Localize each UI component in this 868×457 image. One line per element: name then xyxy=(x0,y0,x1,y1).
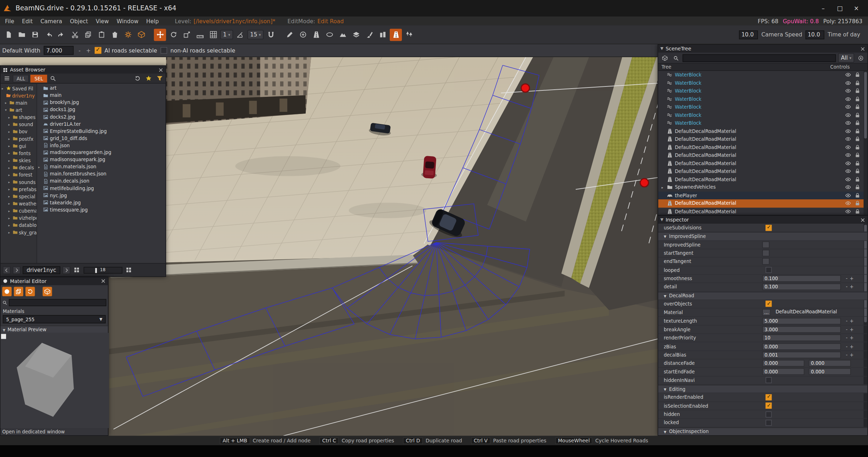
lock-icon[interactable] xyxy=(855,128,863,134)
asset-file-item[interactable]: art xyxy=(38,85,165,92)
scenetree-row[interactable]: DefaultDecalRoadMaterial xyxy=(658,199,868,207)
asset-file-item[interactable]: docks1.jpg xyxy=(38,106,165,113)
visibility-eye-icon[interactable] xyxy=(845,193,853,198)
folder-tree-item[interactable]: ▸ sky_gra xyxy=(1,229,37,236)
toolbar-button[interactable] xyxy=(194,29,206,41)
asset-file-item[interactable]: EmpireStateBuilding.jpg xyxy=(38,128,165,135)
menu-item[interactable]: Object xyxy=(66,18,92,24)
property-checkbox[interactable] xyxy=(765,403,772,409)
material-page-dropdown[interactable]: 5_page_255 xyxy=(3,315,106,323)
collapse-caret-icon[interactable]: ▼ xyxy=(660,218,663,222)
menu-item[interactable]: Camera xyxy=(36,18,66,24)
property-value2-input[interactable]: 0.000 xyxy=(809,368,851,375)
lock-icon[interactable] xyxy=(855,136,863,142)
forward-button[interactable] xyxy=(13,266,21,274)
visibility-eye-icon[interactable] xyxy=(845,144,853,150)
property-checkbox[interactable] xyxy=(765,419,772,426)
thumbnail-size-slider[interactable]: 18 xyxy=(83,267,122,273)
new-material-button[interactable] xyxy=(2,287,11,296)
property-checkbox[interactable] xyxy=(765,411,772,417)
asset-file-item[interactable]: madisonsquarepark.jpg xyxy=(38,156,165,163)
scenetree-row[interactable]: DefaultDecalRoadMaterial xyxy=(658,127,868,135)
decrement-button[interactable] xyxy=(844,326,849,333)
road-node-marker[interactable] xyxy=(521,84,529,92)
property-value-input[interactable]: DefaultDecalRoadMaterial xyxy=(774,309,839,316)
toolbar-button[interactable] xyxy=(42,29,54,41)
lock-icon[interactable] xyxy=(855,80,863,85)
increment-button[interactable] xyxy=(849,352,854,358)
reload-material-button[interactable] xyxy=(25,287,35,296)
menu-item[interactable]: View xyxy=(92,18,113,24)
toolbar-button[interactable] xyxy=(15,29,28,41)
increment-button[interactable] xyxy=(849,284,854,290)
visibility-eye-icon[interactable] xyxy=(845,200,853,206)
scenetree-row[interactable]: WaterBlock xyxy=(658,87,868,95)
asset-file-item[interactable]: metlifebuilding.jpg xyxy=(38,185,165,192)
folder-tree-item[interactable]: ▸ sound xyxy=(1,121,37,128)
increment-button[interactable] xyxy=(849,275,854,282)
grid-view-icon[interactable] xyxy=(124,266,133,274)
edit-tool-button[interactable] xyxy=(284,29,296,41)
lock-icon[interactable] xyxy=(855,169,863,174)
asset-file-item[interactable]: driver1LA.ter xyxy=(38,120,165,128)
time-of-day-input[interactable]: 10.0 xyxy=(805,30,824,39)
folder-tree-item[interactable]: ▾ art xyxy=(1,106,37,114)
property-value-input[interactable] xyxy=(762,258,769,265)
scenetree-row[interactable]: thePlayer xyxy=(658,191,868,199)
property-value-input[interactable]: 3.000 xyxy=(762,326,841,333)
scenetree-row[interactable]: DefaultDecalRoadMaterial xyxy=(658,143,868,151)
scenetree-row[interactable]: DefaultDecalRoadMaterial xyxy=(658,135,868,143)
visibility-eye-icon[interactable] xyxy=(845,184,853,190)
folder-tree-item[interactable]: ▸ bov xyxy=(1,128,37,135)
property-value-input[interactable]: 0.000 xyxy=(762,368,804,375)
non-ai-roads-checkbox[interactable] xyxy=(160,47,167,54)
visibility-eye-icon[interactable] xyxy=(845,96,853,101)
menu-item[interactable]: File xyxy=(1,18,18,24)
folder-tree-item[interactable]: ▸ sounds xyxy=(1,178,37,185)
width-increment-button[interactable]: + xyxy=(86,46,91,54)
folder-tree-item[interactable]: ▸ forest xyxy=(1,171,37,178)
folder-tree-item[interactable]: ▸ weather xyxy=(1,200,37,207)
toolbar-button[interactable] xyxy=(154,29,166,41)
scenetree-row[interactable]: WaterBlock xyxy=(658,119,868,127)
visibility-eye-icon[interactable] xyxy=(845,177,853,182)
lock-icon[interactable] xyxy=(855,120,863,126)
asset-file-item[interactable]: timessquare.jpg xyxy=(38,206,165,213)
asset-file-item[interactable]: madisonsquaregarden.jpg xyxy=(38,149,165,156)
increment-button[interactable] xyxy=(849,318,854,324)
edit-tool-button[interactable] xyxy=(323,29,335,41)
lock-icon[interactable] xyxy=(855,112,863,118)
toolbar-button[interactable] xyxy=(122,29,134,41)
scenetree-row[interactable]: WaterBlock xyxy=(658,103,868,111)
snap-angle-dropdown[interactable]: 15 xyxy=(248,30,264,39)
toolbar-button[interactable] xyxy=(207,29,219,41)
visibility-eye-icon[interactable] xyxy=(845,104,853,110)
visibility-eye-icon[interactable] xyxy=(845,88,853,94)
property-value-input[interactable]: 5.000 xyxy=(762,318,841,324)
toolbar-button[interactable] xyxy=(55,29,68,41)
material-search-input[interactable] xyxy=(9,299,106,306)
close-button[interactable]: × xyxy=(848,2,864,15)
search-icon[interactable] xyxy=(672,54,680,63)
toolbar-button[interactable] xyxy=(29,29,41,41)
edit-tool-button[interactable] xyxy=(403,29,415,41)
scenetree-row[interactable]: DefaultDecalRoadMaterial xyxy=(658,175,868,183)
toolbar-button[interactable] xyxy=(135,29,147,41)
snap-rotate-button[interactable] xyxy=(234,29,246,41)
copy-material-button[interactable] xyxy=(14,287,23,296)
material-picker-button[interactable]: ... xyxy=(762,309,770,316)
material-preview-header[interactable]: Material Preview xyxy=(1,326,108,333)
scenetree-search-input[interactable] xyxy=(683,54,836,62)
folder-tree-item[interactable]: ▸ skies xyxy=(1,157,37,164)
toolbar-button[interactable] xyxy=(69,29,81,41)
section-caret-icon[interactable] xyxy=(664,387,666,391)
menu-icon[interactable] xyxy=(2,74,11,82)
property-value-input[interactable]: 0.000 xyxy=(762,343,841,350)
folder-tree-item[interactable]: ▸ postfx xyxy=(1,135,37,142)
asset-file-item[interactable]: grid_10_diff.dds xyxy=(38,135,165,142)
property-value-input[interactable]: 0.001 xyxy=(762,352,841,358)
filter-funnel-icon[interactable] xyxy=(155,74,164,82)
folder-tree-item[interactable]: driver1ny xyxy=(1,92,37,99)
camera-speed-input[interactable]: 10.0 xyxy=(739,30,758,39)
scenetree-row[interactable]: DefaultDecalRoadMaterial xyxy=(658,159,868,167)
